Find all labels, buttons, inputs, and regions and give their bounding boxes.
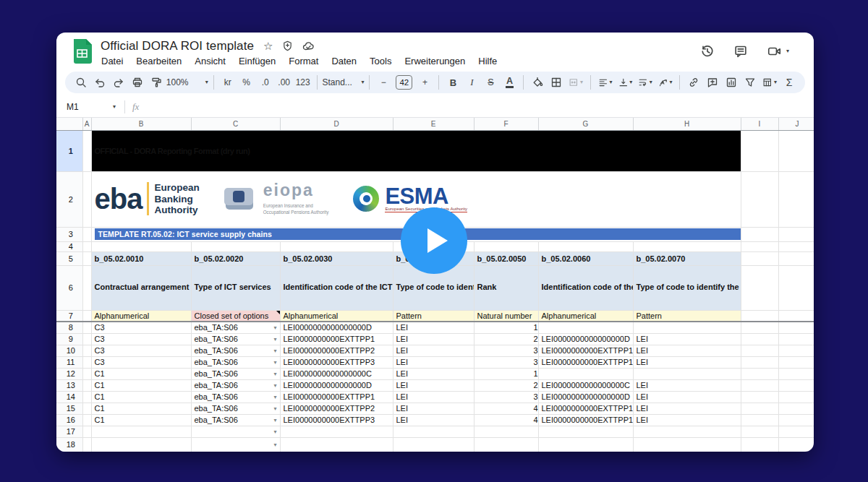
cell-G8[interactable] [538,322,633,333]
cell-J13[interactable] [778,379,814,391]
cell-C10[interactable]: eba_TA:S06▾ [191,345,280,356]
cell-J2[interactable] [778,171,814,227]
cell-E11[interactable]: LEI [393,356,474,368]
column-header-J[interactable]: J [778,118,814,130]
cell-E9[interactable]: LEI [393,333,474,345]
cell-F7[interactable]: Natural number [474,310,538,322]
vertical-align-icon[interactable]: ▾ [616,74,635,91]
cell-B8[interactable]: C3 [91,322,191,333]
menu-erweiterungen[interactable]: Erweiterungen [399,55,471,67]
cell-G9[interactable]: LEI0000000000000000D [538,333,633,345]
row-header-2[interactable]: 2 [56,171,82,227]
cell-F12[interactable]: 1 [474,368,538,379]
history-icon[interactable] [700,44,715,59]
borders-icon[interactable] [548,74,565,91]
cell-E8[interactable]: LEI [393,322,474,333]
cell-B10[interactable]: C3 [91,345,191,356]
cell-C7[interactable]: Closed set of options [191,310,280,322]
cell-H9[interactable]: LEI [633,333,741,345]
cell-A1[interactable] [82,130,91,171]
cell-A14[interactable] [82,391,91,403]
cell-F17[interactable] [474,426,538,437]
row-header-5[interactable]: 5 [56,251,82,265]
cell-J10[interactable] [778,345,814,356]
cell-A9[interactable] [82,333,91,345]
menu-einfügen[interactable]: Einfügen [233,55,281,67]
cell-D10[interactable]: LEI0000000000EXTTPP2 [280,345,393,356]
cell-I4[interactable] [741,241,778,251]
cell-D7[interactable]: Alphanumerical [280,310,393,322]
cell-C11[interactable]: eba_TA:S06▾ [191,356,280,368]
cell-F16[interactable]: 4 [474,414,538,426]
cell-C15[interactable]: eba_TA:S06▾ [191,403,280,414]
cell-F18[interactable] [474,437,538,452]
cell-J16[interactable] [778,414,814,426]
row-header-6[interactable]: 6 [56,265,82,310]
cell-A15[interactable] [82,403,91,414]
cell-B14[interactable]: C1 [91,391,191,403]
cell-H5[interactable]: b_05.02.0070 [633,251,741,265]
cell-I5[interactable] [741,251,778,265]
cell-H15[interactable]: LEI [633,403,741,414]
row-header-16[interactable]: 16 [56,414,82,426]
print-icon[interactable] [129,74,146,91]
zoom-select[interactable]: 100%▾ [166,74,208,91]
cell-C9[interactable]: eba_TA:S06▾ [191,333,280,345]
cell-D13[interactable]: LEI0000000000000000D [280,379,393,391]
cell-F4[interactable] [474,241,538,251]
cell-J18[interactable] [778,437,814,452]
cell-B13[interactable]: C1 [91,379,191,391]
cell-J3[interactable] [778,227,814,241]
cell-E14[interactable]: LEI [393,391,474,403]
cell-E18[interactable] [393,437,474,452]
insert-link-icon[interactable] [685,74,702,91]
cell-B11[interactable]: C3 [91,356,191,368]
cell-A18[interactable] [82,437,91,452]
cell-J14[interactable] [778,391,814,403]
cell-dropdown-icon[interactable]: ▾ [273,382,276,389]
cell-B12[interactable]: C1 [91,368,191,379]
cell-H10[interactable]: LEI [633,345,741,356]
cell-I3[interactable] [741,227,778,241]
cell-E10[interactable]: LEI [393,345,474,356]
cell-D17[interactable] [280,426,393,437]
cell-I18[interactable] [741,437,778,452]
row-header-10[interactable]: 10 [56,345,82,356]
paint-format-icon[interactable] [148,74,165,91]
menu-bearbeiten[interactable]: Bearbeiten [130,55,187,67]
cell-C6[interactable]: Type of ICT services [191,265,280,310]
cell-E12[interactable]: LEI [393,368,474,379]
cell-I2[interactable] [741,171,778,227]
menu-tools[interactable]: Tools [364,55,397,67]
cell-G11[interactable]: LEI0000000000EXTTPP1 [538,356,633,368]
cell-I7[interactable] [741,310,778,322]
cell-G14[interactable]: LEI0000000000000000D [538,391,633,403]
fill-color-icon[interactable] [529,74,546,91]
cell-J4[interactable] [778,241,814,251]
column-header-B[interactable]: B [91,118,191,130]
column-header-E[interactable]: E [393,118,474,130]
cell-C8[interactable]: eba_TA:S06▾ [191,322,280,333]
cell-H6[interactable]: Type of code to identify the recipient o… [633,265,741,310]
row-header-3[interactable]: 3 [56,227,82,241]
cell-E7[interactable]: Pattern [393,310,474,322]
filter-icon[interactable] [741,74,759,91]
cell-H12[interactable] [633,368,741,379]
cell-G15[interactable]: LEI0000000000EXTTPP1 [538,403,633,414]
document-title[interactable]: Official DORA ROI template [101,39,254,53]
table-view-icon[interactable]: ▾ [760,74,779,91]
cell-H13[interactable]: LEI [633,379,741,391]
cell-A3[interactable] [82,227,91,241]
menu-daten[interactable]: Daten [326,55,362,67]
row-header-13[interactable]: 13 [56,379,82,391]
cell-D9[interactable]: LEI0000000000EXTTPP1 [280,333,393,345]
cell-D12[interactable]: LEI0000000000000000C [280,368,393,379]
cell-C12[interactable]: eba_TA:S06▾ [191,368,280,379]
cell-B16[interactable]: C1 [91,414,191,426]
cell-dropdown-icon[interactable]: ▾ [273,371,276,377]
cloud-saved-icon[interactable] [302,40,314,52]
cell-E13[interactable]: LEI [393,379,474,391]
cell-I9[interactable] [741,333,778,345]
cell-G6[interactable]: Identification code of the recipient of … [538,265,633,310]
row-header-12[interactable]: 12 [56,368,82,379]
